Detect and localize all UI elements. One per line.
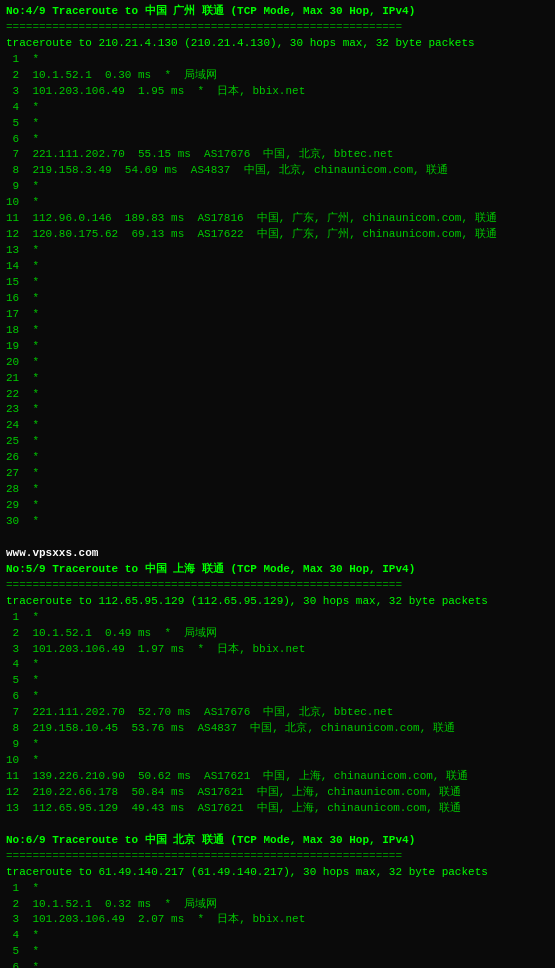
trace-section-header: No:5/9 Traceroute to 中国 上海 联通 (TCP Mode,… [6,562,549,578]
hop-line: 2 10.1.52.1 0.30 ms * 局域网 [6,68,549,84]
hop-line: 3 101.203.106.49 1.95 ms * 日本, bbix.net [6,84,549,100]
url-header: www.vpsxxs.com [6,546,549,562]
hop-line: 8 219.158.3.49 54.69 ms AS4837 中国, 北京, c… [6,163,549,179]
hop-line: 5 * [6,944,549,960]
hop-line: 29 * [6,498,549,514]
divider-line: ========================================… [6,578,549,594]
hop-line: 6 * [6,689,549,705]
hop-line: 5 * [6,673,549,689]
hop-line: 13 * [6,243,549,259]
trace-info-line: traceroute to 210.21.4.130 (210.21.4.130… [6,36,549,52]
hop-line: 1 * [6,52,549,68]
trace-section-header: No:4/9 Traceroute to 中国 广州 联通 (TCP Mode,… [6,4,549,20]
terminal-output: No:4/9 Traceroute to 中国 广州 联通 (TCP Mode,… [6,4,549,968]
divider-line: ========================================… [6,849,549,865]
hop-line: 12 120.80.175.62 69.13 ms AS17622 中国, 广东… [6,227,549,243]
hop-line: 23 * [6,402,549,418]
hop-line: 19 * [6,339,549,355]
hop-line: 4 * [6,100,549,116]
hop-line: 21 * [6,371,549,387]
hop-line: 4 * [6,928,549,944]
hop-line: 15 * [6,275,549,291]
trace-section-header: No:6/9 Traceroute to 中国 北京 联通 (TCP Mode,… [6,833,549,849]
empty-line [6,817,549,833]
hop-line: 5 * [6,116,549,132]
hop-line: 7 221.111.202.70 55.15 ms AS17676 中国, 北京… [6,147,549,163]
hop-line: 1 * [6,881,549,897]
hop-line: 28 * [6,482,549,498]
hop-line: 10 * [6,753,549,769]
hop-line: 6 * [6,132,549,148]
hop-line: 4 * [6,657,549,673]
hop-line: 11 112.96.0.146 189.83 ms AS17816 中国, 广东… [6,211,549,227]
hop-line: 8 219.158.10.45 53.76 ms AS4837 中国, 北京, … [6,721,549,737]
hop-line: 14 * [6,259,549,275]
hop-line: 13 112.65.95.129 49.43 ms AS17621 中国, 上海… [6,801,549,817]
hop-line: 20 * [6,355,549,371]
hop-line: 27 * [6,466,549,482]
empty-line [6,530,549,546]
divider-line: ========================================… [6,20,549,36]
hop-line: 1 * [6,610,549,626]
hop-line: 3 101.203.106.49 1.97 ms * 日本, bbix.net [6,642,549,658]
hop-line: 11 139.226.210.90 50.62 ms AS17621 中国, 上… [6,769,549,785]
hop-line: 7 221.111.202.70 52.70 ms AS17676 中国, 北京… [6,705,549,721]
hop-line: 2 10.1.52.1 0.32 ms * 局域网 [6,897,549,913]
hop-line: 22 * [6,387,549,403]
hop-line: 16 * [6,291,549,307]
hop-line: 12 210.22.66.178 50.84 ms AS17621 中国, 上海… [6,785,549,801]
hop-line: 24 * [6,418,549,434]
hop-line: 30 * [6,514,549,530]
hop-line: 6 * [6,960,549,968]
hop-line: 17 * [6,307,549,323]
hop-line: 18 * [6,323,549,339]
hop-line: 2 10.1.52.1 0.49 ms * 局域网 [6,626,549,642]
trace-info-line: traceroute to 61.49.140.217 (61.49.140.2… [6,865,549,881]
hop-line: 9 * [6,179,549,195]
hop-line: 26 * [6,450,549,466]
hop-line: 10 * [6,195,549,211]
hop-line: 3 101.203.106.49 2.07 ms * 日本, bbix.net [6,912,549,928]
trace-info-line: traceroute to 112.65.95.129 (112.65.95.1… [6,594,549,610]
hop-line: 9 * [6,737,549,753]
hop-line: 25 * [6,434,549,450]
